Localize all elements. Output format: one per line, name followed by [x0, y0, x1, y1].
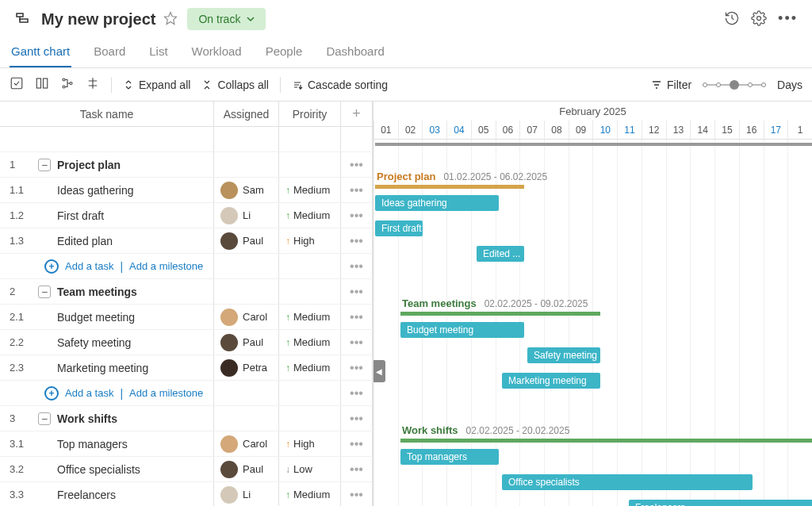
task-bar[interactable]: Office specialists [502, 474, 753, 490]
gear-icon[interactable] [751, 10, 767, 29]
row-more-button[interactable]: ••• [341, 305, 373, 329]
hierarchy-icon[interactable] [60, 76, 75, 93]
group-dates: 02.02.2025 - 09.02.2025 [485, 298, 588, 309]
task-bar[interactable]: First draft [375, 220, 423, 236]
group-bracket[interactable] [375, 185, 524, 189]
tab-gantt-chart[interactable]: Gantt chart [10, 38, 71, 67]
group-name[interactable]: Work shifts [57, 412, 117, 425]
day-header: 02 [398, 121, 423, 140]
month-label: February 2025 [373, 102, 812, 121]
group-bracket[interactable] [400, 312, 600, 316]
task-name[interactable]: Ideas gathering [57, 184, 134, 197]
svg-rect-4 [11, 78, 22, 89]
day-header: 10 [592, 121, 617, 140]
task-name[interactable]: Edited plan [57, 235, 113, 247]
row-more-button[interactable]: ••• [341, 457, 373, 481]
avatar[interactable] [220, 182, 238, 199]
assignee-name: Carol [243, 311, 267, 323]
add-task-link[interactable]: Add a task [65, 260, 113, 272]
collapse-group-button[interactable]: − [38, 412, 51, 425]
row-more-button[interactable]: ••• [341, 355, 373, 380]
tab-dashboard[interactable]: Dashboard [324, 38, 385, 67]
task-name[interactable]: Marketing meeting [57, 362, 148, 374]
group-name[interactable]: Project plan [57, 159, 121, 171]
cascade-sort-button[interactable]: Cascade sorting [292, 79, 388, 91]
avatar[interactable] [220, 435, 238, 453]
history-icon[interactable] [724, 10, 740, 29]
row-more-button[interactable]: ••• [341, 406, 373, 431]
row-more-button[interactable]: ••• [341, 178, 373, 202]
row-more-button[interactable]: ••• [341, 203, 373, 228]
task-bar[interactable]: Budget meeting [400, 322, 524, 338]
assignee-name: Li [243, 209, 251, 221]
task-bar[interactable]: Edited ... [477, 246, 524, 262]
avatar[interactable] [220, 486, 238, 504]
svg-point-9 [70, 82, 72, 85]
row-index: 3 [10, 412, 32, 424]
avatar[interactable] [220, 461, 238, 478]
row-more-button[interactable]: ••• [341, 431, 373, 456]
add-task-link[interactable]: Add a task [65, 387, 113, 399]
tab-people[interactable]: People [264, 38, 304, 67]
avatar[interactable] [220, 309, 238, 326]
avatar[interactable] [220, 232, 238, 250]
more-icon[interactable]: ••• [778, 10, 798, 29]
add-column-button[interactable]: + [341, 102, 373, 126]
checklist-icon[interactable] [10, 76, 24, 93]
tab-board[interactable]: Board [92, 38, 127, 67]
zoom-slider[interactable] [703, 84, 766, 86]
row-more-button[interactable]: ••• [341, 330, 373, 355]
add-task-icon[interactable]: + [44, 386, 59, 401]
filter-button[interactable]: Filter [651, 79, 691, 91]
row-more-button[interactable]: ••• [341, 228, 373, 253]
avatar[interactable] [220, 334, 238, 351]
columns-icon[interactable] [35, 76, 49, 93]
day-header: 13 [666, 121, 691, 140]
status-badge[interactable]: On track [187, 8, 266, 30]
task-bar[interactable]: Marketing meeting [502, 373, 600, 389]
task-name[interactable]: Budget meeting [57, 311, 135, 324]
collapse-group-button[interactable]: − [38, 286, 51, 298]
collapse-panel-handle[interactable]: ◀ [373, 360, 385, 382]
row-more-button[interactable]: ••• [341, 482, 373, 506]
day-header: 12 [642, 121, 666, 140]
task-bar[interactable]: Top managers [400, 449, 499, 465]
add-task-icon[interactable]: + [44, 259, 59, 274]
add-milestone-link[interactable]: Add a milestone [129, 260, 203, 272]
star-icon[interactable] [163, 11, 178, 28]
task-name[interactable]: First draft [57, 209, 104, 222]
group-name[interactable]: Team meetings [57, 286, 137, 298]
task-name[interactable]: Top managers [57, 438, 128, 450]
collapse-all-button[interactable]: Collaps all [201, 79, 269, 91]
svg-marker-2 [165, 12, 177, 24]
add-milestone-link[interactable]: Add a milestone [129, 387, 203, 399]
task-bar[interactable]: Safety meeting [527, 347, 600, 363]
priority-arrow-icon: ↑ [285, 439, 290, 450]
priority-label: Medium [293, 362, 330, 374]
row-more-button[interactable]: ••• [341, 152, 373, 177]
avatar[interactable] [220, 207, 238, 224]
row-index: 3.2 [10, 463, 32, 475]
task-bar[interactable]: Freelancers [629, 500, 812, 506]
cascade-sort-label: Cascade sorting [308, 79, 388, 91]
tab-list[interactable]: List [147, 38, 169, 67]
svg-point-8 [63, 86, 65, 88]
row-more-button[interactable]: ••• [341, 254, 373, 278]
collapse-group-button[interactable]: − [38, 159, 51, 171]
task-name[interactable]: Office specialists [57, 463, 140, 476]
row-more-button[interactable]: ••• [341, 381, 373, 405]
group-bracket[interactable] [400, 439, 812, 443]
autoschedule-icon[interactable] [86, 76, 100, 93]
task-bar[interactable]: Ideas gathering [375, 195, 499, 211]
row-more-button[interactable]: ••• [341, 279, 373, 304]
row-index: 2.1 [10, 311, 32, 323]
task-name[interactable]: Safety meeting [57, 336, 131, 349]
svg-point-3 [757, 16, 761, 20]
expand-all-button[interactable]: Expand all [123, 79, 190, 91]
day-header: 04 [446, 121, 471, 140]
tab-workload[interactable]: Workload [190, 38, 243, 67]
avatar[interactable] [220, 359, 238, 377]
task-name[interactable]: Freelancers [57, 489, 116, 501]
day-header: 05 [471, 121, 496, 140]
svg-rect-6 [44, 79, 48, 88]
